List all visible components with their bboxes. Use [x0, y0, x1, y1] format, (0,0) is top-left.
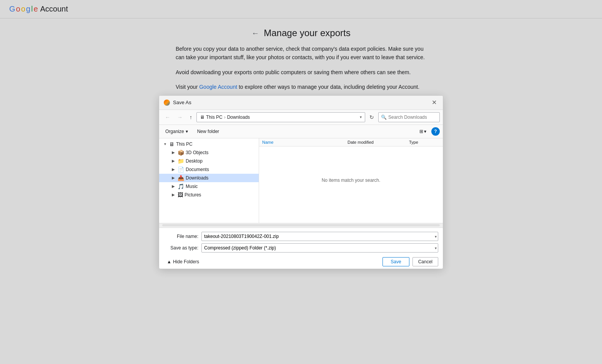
file-pane: Name Date modified Type No items match y… [259, 138, 443, 139]
breadcrumb-downloads: Downloads [227, 115, 250, 120]
dialog-title-text: Save As [173, 100, 191, 105]
organize-arrow-icon: ▾ [186, 129, 188, 134]
back-nav-button[interactable]: ← [162, 113, 173, 122]
new-folder-button[interactable]: New folder [194, 128, 222, 135]
breadcrumb-sep1: › [224, 115, 226, 120]
browser-icon [164, 100, 170, 106]
search-input[interactable] [388, 115, 446, 120]
breadcrumb-this-pc: This PC [206, 115, 223, 120]
view-button[interactable]: ⊞ ▾ [417, 127, 428, 136]
dialog-overlay: Save As ✕ ← → ↑ 🖥 This PC › Downloads ▾ … [0, 0, 602, 139]
search-box: 🔍 [378, 112, 440, 122]
nav-tree: ▾ 🖥 This PC ▶ 📦 3D Objects ▶ 📁 Desktop [159, 138, 259, 139]
dialog-titlebar: Save As ✕ [159, 96, 443, 110]
dialog-body: ▾ 🖥 This PC ▶ 📦 3D Objects ▶ 📁 Desktop [159, 138, 443, 139]
refresh-button[interactable]: ↻ [367, 113, 377, 122]
breadcrumb-icon: 🖥 [200, 115, 205, 120]
forward-nav-button[interactable]: → [175, 113, 185, 122]
up-nav-button[interactable]: ↑ [187, 113, 195, 122]
file-pane-header: Name Date modified Type [259, 138, 443, 139]
dialog-title-left: Save As [164, 100, 191, 106]
breadcrumb-dropdown-icon[interactable]: ▾ [360, 115, 362, 119]
organize-button[interactable]: Organize ▾ [162, 128, 191, 135]
dialog-close-button[interactable]: ✕ [430, 99, 438, 106]
dialog-actions-row: Organize ▾ New folder ⊞ ▾ ? [159, 125, 443, 138]
organize-label: Organize [165, 129, 184, 134]
view-icon: ⊞ [419, 129, 423, 134]
save-as-dialog: Save As ✕ ← → ↑ 🖥 This PC › Downloads ▾ … [159, 95, 443, 139]
view-arrow-icon: ▾ [424, 129, 426, 134]
breadcrumb-bar: 🖥 This PC › Downloads ▾ [196, 112, 365, 122]
search-icon: 🔍 [381, 115, 387, 120]
help-button[interactable]: ? [431, 127, 440, 136]
dialog-toolbar: ← → ↑ 🖥 This PC › Downloads ▾ ↻ 🔍 [159, 110, 443, 125]
